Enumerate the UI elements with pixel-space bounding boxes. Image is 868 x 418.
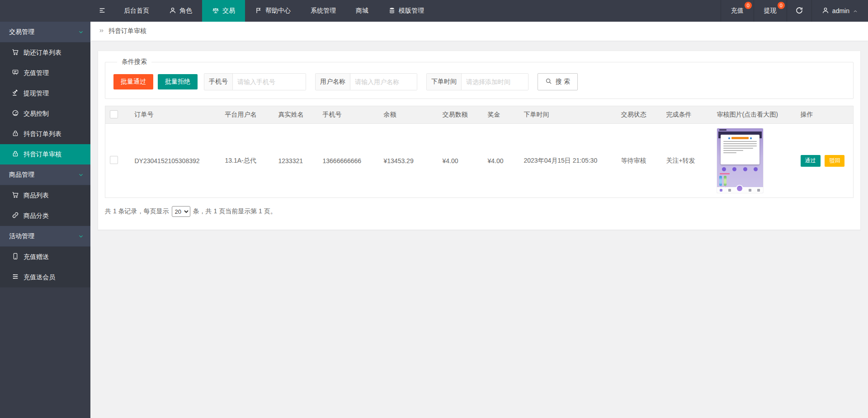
hamburger-icon — [99, 7, 106, 15]
breadcrumb: 抖音订单审核 — [90, 22, 868, 41]
chevron-down-icon — [78, 233, 84, 240]
page-title: 抖音订单审核 — [108, 27, 146, 35]
nav-item-help-center[interactable]: 帮助中心 — [245, 0, 301, 22]
sidebar-item-trade-control[interactable]: 交易控制 — [0, 103, 90, 124]
sidebar-item-product-list[interactable]: 商品列表 — [0, 185, 90, 206]
search-legend: 条件搜索 — [117, 58, 151, 66]
gavel-icon — [12, 89, 19, 98]
thumb-section-label — [720, 173, 730, 174]
batch-approve-button[interactable]: 批量通过 — [113, 74, 153, 89]
cart-icon — [12, 191, 19, 200]
top-navbar: 后台首页 角色 交易 帮助中心 系统管理 商城 模版管理 充值 0 提现 0 — [0, 0, 868, 22]
phone-label: 手机号 — [204, 74, 233, 90]
user-icon — [169, 7, 176, 15]
username-input-group: 用户名称 — [315, 73, 417, 90]
cell-bonus: ¥4.00 — [483, 124, 519, 198]
col-order-time: 下单时间 — [519, 106, 617, 124]
nav-item-trade[interactable]: 交易 — [202, 0, 245, 22]
sidebar-group-activity-items: 充值赠送 充值送会员 — [0, 247, 90, 287]
nav-item-roles[interactable]: 角色 — [159, 0, 202, 22]
row-checkbox[interactable] — [110, 156, 118, 164]
col-condition: 完成条件 — [662, 106, 712, 124]
col-review-image: 审核图片(点击看大图) — [712, 106, 796, 124]
sidebar-item-douyin-order-review[interactable]: 抖音订单审核 — [0, 144, 90, 164]
gauge-icon — [12, 109, 19, 118]
order-time-input[interactable] — [462, 74, 528, 90]
sidebar-group-product-management[interactable]: 商品管理 — [0, 164, 90, 185]
search-button[interactable]: 搜 索 — [538, 73, 578, 90]
chevron-up-icon — [853, 8, 858, 14]
search-icon — [545, 78, 552, 86]
col-phone: 手机号 — [318, 106, 379, 124]
reject-button[interactable]: 驳回 — [825, 155, 844, 167]
nav-right: 充值 0 提现 0 admin — [721, 0, 868, 22]
refresh-button[interactable] — [787, 0, 811, 22]
col-platform-user: 平台用户名 — [221, 106, 274, 124]
user-icon — [822, 7, 829, 15]
select-all-checkbox[interactable] — [110, 110, 118, 118]
page-size-select[interactable]: 20 — [172, 206, 190, 217]
review-image-thumbnail[interactable] — [717, 128, 763, 193]
sidebar-item-recharge-gift[interactable]: 充值赠送 — [0, 247, 90, 267]
cell-phone: 13666666666 — [318, 124, 379, 198]
batch-reject-button[interactable]: 批量拒绝 — [158, 74, 198, 89]
order-time-label: 下单时间 — [427, 74, 462, 90]
approve-button[interactable]: 通过 — [801, 155, 821, 167]
sidebar-item-douyin-order-list[interactable]: 抖音订单列表 — [0, 124, 90, 144]
chevron-down-icon — [78, 172, 84, 178]
cell-order-time: 2023年04月15日 21:05:30 — [519, 124, 617, 198]
nav-menu: 后台首页 角色 交易 帮助中心 系统管理 商城 模版管理 — [90, 0, 434, 22]
sliders-icon — [12, 273, 19, 282]
col-real-name: 真实姓名 — [274, 106, 318, 124]
cell-status: 等待审核 — [617, 124, 662, 198]
sidebar-group-product-items: 商品列表 商品分类 — [0, 185, 90, 226]
sidebar-item-recharge-membership[interactable]: 充值送会员 — [0, 267, 90, 287]
pagination-prefix: 共 1 条记录，每页显示 — [105, 207, 169, 216]
user-menu[interactable]: admin — [811, 0, 868, 22]
sidebar-item-assist-order-list[interactable]: 助还订单列表 — [0, 42, 90, 63]
cell-condition: 关注+转发 — [662, 124, 712, 198]
sidebar-toggle-button[interactable] — [90, 0, 114, 22]
sidebar-item-recharge-management[interactable]: 充值管理 — [0, 63, 90, 83]
sidebar-item-withdraw-management[interactable]: 提现管理 — [0, 83, 90, 103]
lock-icon — [12, 150, 19, 159]
withdraw-badge: 0 — [778, 2, 785, 9]
flag-icon — [255, 7, 262, 15]
refresh-icon — [795, 6, 803, 16]
scale-icon — [212, 7, 219, 15]
pagination: 共 1 条记录，每页显示 20 条，共 1 页当前显示第 1 页。 — [105, 206, 854, 217]
nav-item-system[interactable]: 系统管理 — [301, 0, 346, 22]
sidebar-item-product-category[interactable]: 商品分类 — [0, 206, 90, 226]
cell-order-no: DY2304152105308392 — [130, 124, 221, 198]
recharge-badge: 0 — [745, 2, 752, 9]
withdraw-button[interactable]: 提现 0 — [754, 0, 787, 22]
search-row: 批量通过 批量拒绝 手机号 用户名称 下单时间 — [113, 73, 845, 90]
username-input[interactable] — [350, 74, 417, 90]
panel-card: 条件搜索 批量通过 批量拒绝 手机号 用户名称 下单时间 — [98, 51, 861, 230]
sidebar-group-trade-management[interactable]: 交易管理 — [0, 22, 90, 42]
content: 条件搜索 批量通过 批量拒绝 手机号 用户名称 下单时间 — [90, 41, 868, 240]
board-icon — [12, 69, 19, 77]
cart-icon — [12, 48, 19, 57]
search-fieldset: 条件搜索 批量通过 批量拒绝 手机号 用户名称 下单时间 — [105, 58, 854, 99]
pagination-suffix: 条，共 1 页当前显示第 1 页。 — [193, 207, 277, 216]
lock-icon — [12, 130, 19, 138]
col-order-no: 订单号 — [130, 106, 221, 124]
username-label: admin — [832, 7, 849, 14]
nav-item-home[interactable]: 后台首页 — [114, 0, 159, 22]
thumb-tabbar — [717, 187, 763, 193]
phone-input[interactable] — [233, 74, 306, 90]
cell-balance: ¥13453.29 — [379, 124, 438, 198]
nav-item-templates[interactable]: 模版管理 — [378, 0, 434, 22]
phone-input-group: 手机号 — [204, 73, 306, 90]
sidebar-group-activity-management[interactable]: 活动管理 — [0, 226, 90, 247]
thumb-announcement-modal — [721, 135, 760, 164]
recharge-button[interactable]: 充值 0 — [721, 0, 754, 22]
cell-amount: ¥4.00 — [438, 124, 483, 198]
orders-table: 订单号 平台用户名 真实姓名 手机号 余额 交易数额 奖金 下单时间 交易状态 … — [105, 106, 854, 198]
table-header-row: 订单号 平台用户名 真实姓名 手机号 余额 交易数额 奖金 下单时间 交易状态 … — [105, 106, 854, 124]
username-label: 用户名称 — [316, 74, 350, 90]
logo-area — [0, 0, 90, 22]
cell-platform-user: 13.1A-总代 — [221, 124, 274, 198]
nav-item-mall[interactable]: 商城 — [346, 0, 378, 22]
